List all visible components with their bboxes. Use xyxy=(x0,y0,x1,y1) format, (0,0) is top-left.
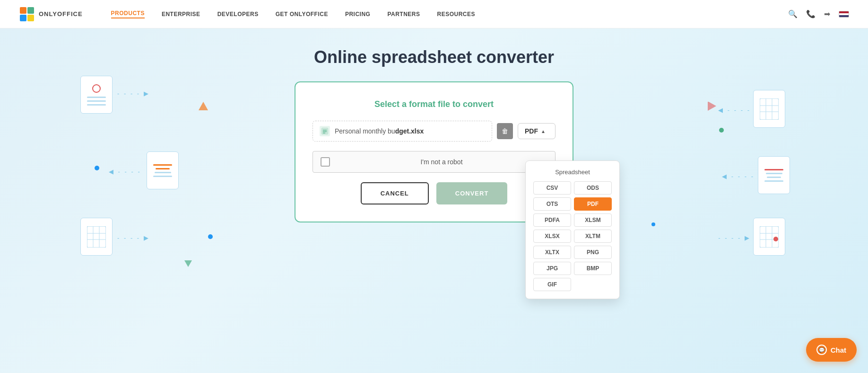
deco-doc-4 xyxy=(753,90,785,128)
deco-doc-1 xyxy=(80,76,113,114)
page-title: Online spreadsheet converter xyxy=(0,47,868,67)
nav-resources[interactable]: RESOURCES xyxy=(437,11,476,18)
deco-arrow-6: - - - - ▶ xyxy=(718,234,751,241)
format-xltx[interactable]: XLTX xyxy=(533,246,571,259)
nav-links: PRODUCTS ENTERPRISE DEVELOPERS GET ONLYO… xyxy=(111,10,788,18)
file-name-bold: dget.xlsx xyxy=(395,127,424,135)
phone-icon[interactable]: 📞 xyxy=(806,9,816,18)
delete-file-button[interactable]: 🗑 xyxy=(497,123,513,139)
format-ots[interactable]: OTS xyxy=(533,197,571,211)
selected-format-label: PDF xyxy=(525,127,538,135)
svg-rect-4 xyxy=(87,226,106,248)
converter-box: Select a format file to convert Personal… xyxy=(295,81,573,222)
converter-title: Select a format file to convert xyxy=(312,99,556,109)
deco-dot-4 xyxy=(773,237,778,241)
deco-triangle-2 xyxy=(707,102,717,113)
deco-arrow-2: ◀ - - - - xyxy=(109,168,141,175)
navbar: ONLYOFFICE PRODUCTS ENTERPRISE DEVELOPER… xyxy=(0,0,868,28)
chat-label: Chat xyxy=(831,346,846,354)
svg-rect-14 xyxy=(760,226,779,248)
format-grid: CSV ODS OTS PDF PDFA XLSM XLSX XLTM XLTX… xyxy=(533,181,612,291)
chevron-up-icon: ▲ xyxy=(541,129,546,134)
svg-marker-21 xyxy=(184,260,192,267)
svg-rect-9 xyxy=(760,98,779,120)
logo-icon xyxy=(19,6,35,22)
chat-icon: 💬 xyxy=(816,345,827,355)
format-png[interactable]: PNG xyxy=(574,246,612,259)
nav-enterprise[interactable]: ENTERPRISE xyxy=(162,11,200,18)
convert-button[interactable]: CONVERT xyxy=(436,182,508,204)
svg-rect-1 xyxy=(27,7,34,14)
chat-button[interactable]: 💬 Chat xyxy=(806,338,857,362)
svg-rect-2 xyxy=(20,15,26,21)
svg-marker-20 xyxy=(708,102,716,111)
deco-doc-3 xyxy=(80,218,113,256)
svg-rect-3 xyxy=(27,15,34,21)
nav-products[interactable]: PRODUCTS xyxy=(111,10,145,18)
main-content: Online spreadsheet converter - - - - ▶ ◀… xyxy=(0,28,868,222)
deco-dot-5 xyxy=(651,222,655,226)
format-ods[interactable]: ODS xyxy=(574,181,612,195)
language-selector[interactable] xyxy=(839,11,849,18)
deco-arrow-3: - - - - ▶ xyxy=(117,234,150,241)
nav-partners[interactable]: PARTNERS xyxy=(387,11,420,18)
deco-triangle-3 xyxy=(184,260,192,270)
deco-doc-5 xyxy=(758,156,790,194)
action-buttons: CANCEL CONVERT xyxy=(312,182,556,204)
nav-get-onlyoffice[interactable]: GET ONLYOFFICE xyxy=(276,11,328,18)
deco-dot-3 xyxy=(719,128,724,133)
format-pdf[interactable]: PDF xyxy=(574,197,612,211)
signin-icon[interactable]: ➡ xyxy=(824,9,830,18)
format-selector-button[interactable]: PDF ▲ xyxy=(518,123,556,139)
format-bmp[interactable]: BMP xyxy=(574,262,612,275)
captcha-label: I'm not a robot xyxy=(336,158,547,166)
format-xlsm[interactable]: XLSM xyxy=(574,213,612,227)
file-input-area: Personal monthly budget.xlsx xyxy=(312,121,492,142)
deco-arrow-1: - - - - ▶ xyxy=(117,90,150,97)
format-jpg[interactable]: JPG xyxy=(533,262,571,275)
cancel-button[interactable]: CANCEL xyxy=(361,182,429,204)
nav-developers[interactable]: DEVELOPERS xyxy=(217,11,259,18)
search-icon[interactable]: 🔍 xyxy=(788,9,798,18)
deco-dot-1 xyxy=(95,166,99,170)
svg-rect-0 xyxy=(20,7,26,14)
deco-triangle-1 xyxy=(199,102,208,113)
captcha-row: I'm not a robot xyxy=(312,151,556,173)
format-csv[interactable]: CSV xyxy=(533,181,571,195)
file-type-icon xyxy=(320,126,330,136)
captcha-checkbox[interactable] xyxy=(321,157,330,167)
format-xltm[interactable]: XLTM xyxy=(574,230,612,243)
format-xlsx[interactable]: XLSX xyxy=(533,230,571,243)
nav-pricing[interactable]: PRICING xyxy=(345,11,371,18)
navbar-actions: 🔍 📞 ➡ xyxy=(788,9,849,18)
svg-rect-22 xyxy=(321,128,328,134)
dropdown-category: Spreadsheet xyxy=(533,169,612,176)
deco-dot-2 xyxy=(208,234,213,239)
deco-doc-2 xyxy=(147,151,179,189)
logo[interactable]: ONLYOFFICE xyxy=(19,6,83,22)
logo-text: ONLYOFFICE xyxy=(39,10,83,18)
file-name: Personal monthly budget.xlsx xyxy=(335,127,424,135)
deco-doc-6 xyxy=(753,218,785,256)
format-dropdown: Spreadsheet CSV ODS OTS PDF PDFA XLSM XL… xyxy=(525,160,620,299)
deco-arrow-4: ◀ - - - - xyxy=(718,107,751,114)
file-row: Personal monthly budget.xlsx 🗑 PDF ▲ xyxy=(312,121,556,142)
format-gif[interactable]: GIF xyxy=(533,278,571,291)
format-pdfa[interactable]: PDFA xyxy=(533,213,571,227)
deco-arrow-5: ◀ - - - - xyxy=(722,173,755,180)
svg-marker-19 xyxy=(199,102,208,110)
